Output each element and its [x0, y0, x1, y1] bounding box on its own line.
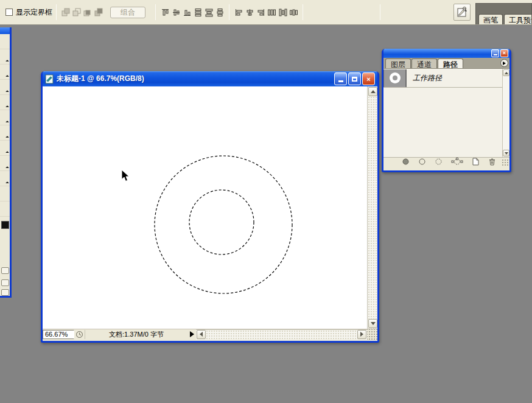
distribute-bottom-icon[interactable] [214, 7, 225, 18]
align-vertical-center-icon[interactable] [170, 7, 181, 18]
show-bounding-box-checkbox[interactable] [5, 9, 13, 16]
create-new-path-icon[interactable] [472, 157, 480, 168]
tool-button[interactable] [0, 171, 10, 186]
distribute-horizontal-center-icon[interactable] [277, 7, 288, 18]
toolbox-titlebar[interactable] [0, 27, 10, 34]
fill-path-icon[interactable] [402, 157, 410, 168]
tab-layers[interactable]: 图层 [385, 58, 411, 68]
tab-channels[interactable]: 通道 [411, 58, 437, 68]
file-browser-button[interactable] [453, 4, 471, 21]
delete-path-icon[interactable] [488, 157, 496, 168]
separator [155, 4, 156, 20]
palette-titlebar[interactable]: × [383, 49, 509, 58]
distribute-vertical-center-icon[interactable] [203, 7, 214, 18]
document-title: 未标题-1 @ 66.7%(RGB/8) [57, 74, 333, 84]
vertical-scrollbar[interactable] [367, 86, 377, 329]
tab-paths[interactable]: 路径 [438, 58, 463, 68]
background-color-swatch[interactable] [1, 221, 9, 229]
document-size-info: 文档:1.37M/0 字节 [85, 330, 187, 339]
send-to-back-icon[interactable] [93, 7, 104, 18]
canvas[interactable] [43, 86, 367, 329]
paths-palette-window: × 图层 通道 路径 工作路径 [382, 49, 511, 172]
palette-scroll-up-button[interactable] [503, 69, 509, 76]
align-top-icon[interactable] [159, 7, 170, 18]
options-bar: 显示定界框 组合 [0, 0, 532, 25]
document-window: 未标题-1 @ 66.7%(RGB/8) × 文档:1.37M/0 字节 [41, 71, 379, 343]
separator [229, 4, 229, 20]
bring-forward-icon[interactable] [71, 7, 82, 18]
tool-button[interactable] [0, 110, 10, 125]
send-backward-icon[interactable] [82, 7, 93, 18]
tool-button[interactable] [0, 95, 10, 110]
document-icon [45, 74, 54, 84]
palette-content: 工作路径 [383, 69, 509, 157]
align-right-icon[interactable] [255, 7, 266, 18]
file-browser-icon [456, 6, 468, 18]
scroll-down-button[interactable] [368, 319, 377, 328]
palette-tabs: 图层 通道 路径 [383, 58, 509, 69]
tool-button[interactable] [0, 202, 10, 217]
palette-well: 画笔 工具预设 [475, 3, 532, 24]
work-path-thumbnail[interactable] [383, 69, 407, 87]
distribute-right-icon[interactable] [288, 7, 299, 18]
bring-to-front-icon[interactable] [60, 7, 71, 18]
tab-tool-presets[interactable]: 工具预设 [504, 14, 532, 24]
document-body: 文档:1.37M/0 字节 [43, 86, 377, 339]
palette-menu-button[interactable] [500, 59, 508, 67]
status-menu-arrow-button[interactable] [187, 330, 196, 339]
palette-scrollbar[interactable] [502, 69, 509, 157]
close-button[interactable]: × [362, 72, 375, 85]
load-path-as-selection-icon[interactable] [435, 157, 443, 168]
distribute-top-icon[interactable] [192, 7, 203, 18]
tool-button[interactable] [0, 65, 10, 80]
window-resize-grip[interactable] [367, 329, 377, 340]
align-bottom-icon[interactable] [181, 7, 192, 18]
jump-to-imageready-button[interactable] [1, 289, 9, 296]
selection-marquee [43, 86, 367, 329]
timer-icon[interactable] [74, 330, 85, 339]
toolbox-sliver[interactable] [0, 27, 12, 298]
tool-button[interactable] [0, 141, 10, 156]
separator [380, 4, 380, 20]
work-path-row[interactable]: 工作路径 [383, 69, 509, 88]
tool-button[interactable] [0, 186, 10, 202]
horizontal-scrollbar[interactable] [196, 329, 367, 340]
scroll-right-button[interactable] [357, 330, 366, 339]
palette-icon-bar [383, 157, 509, 167]
screen-mode-button[interactable] [1, 279, 9, 286]
tool-button[interactable] [0, 80, 10, 95]
palette-scroll-down-button[interactable] [503, 150, 509, 156]
align-left-icon[interactable] [233, 7, 244, 18]
separator [303, 4, 303, 20]
tool-button[interactable] [0, 34, 10, 49]
show-bounding-box-label: 显示定界框 [16, 7, 52, 18]
tab-brushes[interactable]: 画笔 [478, 14, 503, 24]
make-work-path-from-selection-icon[interactable] [451, 157, 463, 168]
separator [56, 4, 57, 20]
tool-button[interactable] [0, 49, 10, 65]
palette-resize-grip[interactable] [502, 159, 509, 166]
palette-close-button[interactable]: × [500, 49, 508, 57]
distribute-left-icon[interactable] [266, 7, 277, 18]
document-titlebar[interactable]: 未标题-1 @ 66.7%(RGB/8) × [43, 71, 377, 86]
work-path-label: 工作路径 [413, 73, 442, 83]
scroll-up-button[interactable] [368, 87, 377, 96]
maximize-button[interactable] [348, 72, 361, 85]
stroke-path-icon[interactable] [418, 157, 426, 168]
minimize-button[interactable] [334, 72, 347, 85]
screen-mode-button[interactable] [1, 267, 9, 274]
tool-button[interactable] [0, 125, 10, 141]
zoom-level-field[interactable] [43, 330, 74, 339]
scroll-left-button[interactable] [197, 330, 206, 339]
group-button[interactable]: 组合 [110, 7, 145, 18]
tool-button[interactable] [0, 156, 10, 171]
show-bounding-box-option[interactable]: 显示定界框 [5, 7, 52, 18]
palette-minimize-button[interactable] [491, 49, 499, 57]
mouse-cursor [121, 169, 130, 182]
status-bar: 文档:1.37M/0 字节 [43, 329, 377, 339]
align-horizontal-center-icon[interactable] [244, 7, 255, 18]
